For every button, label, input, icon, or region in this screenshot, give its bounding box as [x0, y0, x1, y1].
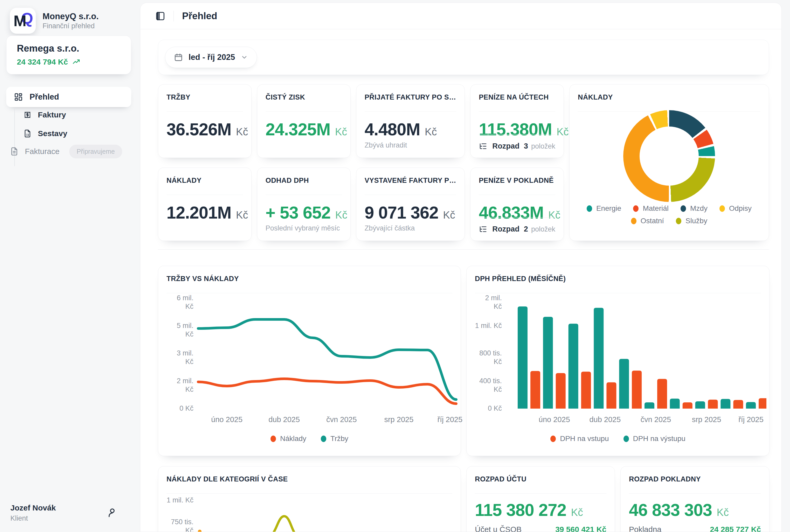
breakdown-toggle[interactable]: Rozpad 3položek [479, 134, 555, 158]
legend-label: Ostatní [641, 217, 664, 225]
donut-legend-row: EnergieMateriálMzdyOdpisy [587, 204, 752, 213]
dph-prehled-chart-card: DPH PŘEHLED (MĚSÍČNĚ) 2 mil.Kč1 mil. Kč8… [466, 266, 770, 456]
x-axis-label: říj 2025 [437, 415, 463, 424]
sidebar-item-sestavy[interactable]: Sestavy [23, 126, 67, 141]
kpi-label: PŘIJATÉ FAKTURY PO S… [365, 84, 456, 101]
x-axis-label: srp 2025 [692, 415, 721, 424]
user-icon[interactable] [107, 507, 118, 518]
y-axis-label: 0 Kč [163, 404, 193, 413]
content: led - říj 2025 NÁKLADY EnergieMateriálMz… [140, 29, 782, 532]
y-axis-label: 5 mil.Kč [163, 322, 193, 339]
legend-label: Energie [596, 204, 621, 213]
legend-dot [680, 205, 686, 212]
donut-legend-row: OstatníSlužby [631, 217, 707, 225]
x-axis-label: čvn 2025 [641, 415, 671, 424]
account-label: Účet u ČSOB [475, 525, 522, 532]
y-axis-label-line: 1 mil. Kč [472, 322, 502, 330]
invoice-file-icon [10, 147, 19, 156]
company-card[interactable]: Remega s.r.o. 24 324 794 Kč [6, 36, 131, 74]
breakdown-row[interactable]: Účet u ČSOB 39 560 421 Kč [475, 525, 606, 532]
plot-svg [513, 297, 766, 413]
main-panel: Přehled led - říj 2025 NÁKLADY [140, 3, 782, 532]
breakdown-row[interactable]: Pokladna 24 285 727 Kč [629, 525, 761, 532]
app-title: MoneyQ s.r.o. [42, 11, 98, 21]
legend-dot [676, 218, 681, 224]
cash-label: Pokladna [629, 525, 661, 532]
trending-up-icon [72, 58, 80, 65]
rozpad-pokladny-card: ROZPAD POKLADNY 46 833 303Kč Pokladna 24… [620, 466, 770, 532]
kpi-card-vystavene-faktury: VYSTAVENÉ FAKTURY P… 9 071 362Kč Zbývají… [356, 168, 465, 241]
cash-value: 24 285 727 Kč [710, 525, 761, 532]
breakdown-suffix: položek [531, 225, 555, 233]
y-axis-label: 1 mil. Kč [163, 496, 193, 505]
legend-item: Ostatní [631, 217, 664, 225]
donut-legend: EnergieMateriálMzdyOdpisyOstatníSlužby [569, 204, 769, 225]
y-axis-label-line: 800 tis. [472, 349, 502, 358]
date-range-picker[interactable]: led - říj 2025 [165, 47, 257, 68]
legend-dot [550, 436, 556, 442]
sidebar-item-prehled[interactable]: Přehled [6, 87, 131, 107]
breakdown-count: 3 [524, 142, 528, 150]
y-axis-label-line: Kč [163, 358, 193, 366]
naklady-kategorie-chart: 1 mil. Kč750 tis.Kč [158, 467, 460, 532]
kpi-label: PENÍZE V POKLADNĚ [479, 168, 555, 185]
page-title: Přehled [182, 11, 217, 21]
coming-soon-badge: Připravujeme [69, 145, 122, 158]
company-balance-value: 24 324 794 Kč [17, 58, 68, 66]
plot-svg [196, 497, 458, 532]
kpi-card-penize-na-uctech: PENÍZE NA ÚČTECH 115.380MKč Rozpad 3polo… [470, 84, 564, 158]
list-tree-icon [479, 225, 487, 233]
y-axis-label: 6 mil.Kč [163, 294, 193, 311]
plot-svg [196, 297, 458, 413]
legend-label: Mzdy [690, 204, 708, 213]
chevron-down-icon [241, 54, 248, 61]
trzby-vs-naklady-chart: 6 mil.Kč5 mil.Kč3 mil.Kč2 mil.Kč0 Kčúno … [158, 266, 460, 456]
x-axis-label: srp 2025 [384, 415, 413, 424]
kpi-value: 12.201MKč [167, 203, 248, 223]
kpi-unit: Kč [557, 126, 569, 138]
breakdown-toggle[interactable]: Rozpad 2položek [479, 217, 555, 241]
kpi-card-cisty-zisk: ČISTÝ ZISK 24.325MKč [257, 84, 351, 158]
y-axis-label-line: Kč [472, 385, 502, 394]
legend-label: Služby [685, 217, 707, 225]
kpi-value: 9 071 362Kč [365, 203, 455, 223]
y-axis-label-line: 2 mil. [472, 294, 502, 302]
sidebar-item-label: Přehled [30, 92, 59, 102]
kpi-footer: Zbývající částka [365, 224, 415, 232]
kpi-card-trzby: TRŽBY 36.526MKč [158, 84, 251, 158]
legend-dot [321, 436, 326, 442]
main-header: Přehled [140, 3, 782, 29]
sidebar-toggle-icon[interactable] [155, 11, 165, 21]
app-root: Q M MoneyQ s.r.o. Finanční přehled Remeg… [0, 0, 790, 532]
legend-item: DPH na vstupu [550, 435, 609, 443]
brand-text: MoneyQ s.r.o. Finanční přehled [42, 11, 98, 30]
kpi-value: 24.325MKč [266, 119, 347, 139]
breakdown-title: ROZPAD ÚČTU [475, 467, 606, 483]
sidebar-item-faktury[interactable]: Faktury [23, 107, 66, 122]
legend-dot [623, 436, 629, 442]
kpi-label: TRŽBY [167, 84, 243, 101]
date-range-value: led - říj 2025 [189, 53, 235, 62]
legend-item: DPH na výstupu [623, 435, 685, 443]
kpi-card-penize-v-pokladne: PENÍZE V POKLADNĚ 46.833MKč Rozpad 2polo… [470, 168, 564, 241]
y-axis-label: 1 mil. Kč [472, 322, 502, 330]
dph-prehled-chart: 2 mil.Kč1 mil. Kč800 tis.Kč400 tis.Kč0 K… [467, 266, 769, 456]
bottom-row: NÁKLADY DLE KATEOGRIÍ V ČASE 1 mil. Kč75… [158, 466, 769, 532]
y-axis-label-line: 5 mil. [163, 322, 193, 330]
breakdown-title: ROZPAD POKLADNY [629, 467, 761, 483]
receipt-icon [23, 111, 32, 119]
kpi-unit: Kč [425, 126, 437, 138]
sidebar-item-label: Fakturace [25, 147, 59, 156]
legend-label: Tržby [331, 435, 348, 443]
sidebar-item-fakturace[interactable]: Fakturace Připravujeme [10, 143, 122, 160]
legend-dot [633, 205, 639, 212]
naklady-kategorie-chart-card: NÁKLADY DLE KATEOGRIÍ V ČASE 1 mil. Kč75… [158, 466, 461, 532]
chart-legend: DPH na vstupuDPH na výstupu [467, 435, 769, 443]
breakdown-total: 46 833 303Kč [629, 500, 729, 520]
breakdown-suffix: položek [531, 142, 555, 150]
calendar-icon [174, 53, 183, 62]
naklady-donut-chart [623, 110, 715, 202]
legend-item: Náklady [270, 435, 306, 443]
kpi-footer: Poslední vybraný měsíc [266, 224, 340, 232]
dashboard-grid-icon [14, 93, 23, 101]
